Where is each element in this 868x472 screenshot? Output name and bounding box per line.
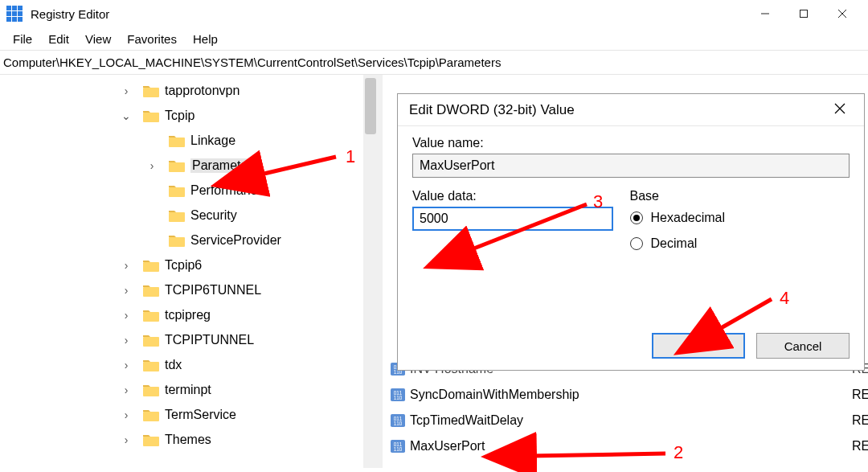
svg-rect-18: [169, 187, 185, 197]
folder-icon: [143, 384, 159, 396]
folder-icon: [143, 284, 159, 297]
folder-icon: [143, 309, 159, 322]
folder-icon: [143, 84, 159, 97]
window-title: Registry Editor: [31, 7, 746, 21]
tree-item-label: TCPIPTUNNEL: [165, 333, 254, 347]
svg-text:110: 110: [394, 446, 403, 452]
disclosure-icon[interactable]: ›: [121, 284, 132, 297]
ok-button[interactable]: OK: [652, 333, 745, 359]
dialog-title: Edit DWORD (32-bit) Value: [409, 102, 827, 118]
tree-item-tcpip6tunnel[interactable]: ›TCPIP6TUNNEL: [121, 277, 378, 302]
tree-item-label: tapprotonvpn: [165, 84, 240, 98]
disclosure-icon[interactable]: ›: [146, 159, 158, 172]
tree-item-tapprotonvpn[interactable]: ›tapprotonvpn: [121, 78, 378, 103]
menu-view[interactable]: View: [77, 31, 119, 47]
tree-item-label: Performance: [190, 183, 264, 198]
svg-rect-11: [800, 10, 808, 18]
disclosure-icon[interactable]: ›: [121, 309, 132, 322]
menu-edit[interactable]: Edit: [40, 31, 77, 47]
dialog-close-button[interactable]: [827, 102, 853, 118]
svg-rect-26: [143, 387, 159, 396]
tree-item-label: TermService: [165, 408, 236, 422]
tree-item-parameters[interactable]: ›Parameters: [146, 153, 378, 178]
tree-pane[interactable]: ›tapprotonvpn⌄TcpipLinkage›ParametersPer…: [0, 75, 378, 468]
radio-decimal[interactable]: Decimal: [630, 232, 841, 255]
folder-icon: [143, 109, 159, 122]
value-data-label: Value data:: [412, 189, 627, 203]
value-type: RE: [852, 413, 868, 428]
titlebar: Registry Editor: [0, 0, 868, 27]
svg-text:110: 110: [394, 421, 403, 426]
radio-dec-label: Decimal: [651, 236, 698, 251]
tree-item-label: terminpt: [165, 383, 211, 397]
folder-icon: [169, 134, 185, 147]
tree-item-tcpip[interactable]: ⌄Tcpip: [121, 103, 378, 128]
tree-item-label: Parameters: [190, 158, 260, 173]
value-label: MaxUserPort: [410, 439, 852, 454]
disclosure-icon[interactable]: ›: [121, 433, 132, 446]
value-item-syncdomainwithmembership[interactable]: 011110SyncDomainWithMembershipRE: [383, 382, 868, 408]
svg-rect-3: [18, 6, 23, 10]
svg-rect-1: [6, 6, 11, 10]
folder-icon: [169, 234, 185, 247]
svg-rect-28: [143, 437, 159, 446]
disclosure-icon[interactable]: ›: [121, 359, 132, 371]
value-data-input[interactable]: [412, 207, 613, 231]
address-bar[interactable]: Computer\HKEY_LOCAL_MACHINE\SYSTEM\Curre…: [0, 50, 868, 75]
svg-text:110: 110: [394, 395, 403, 400]
value-label: SyncDomainWithMembership: [410, 388, 852, 402]
svg-rect-5: [12, 11, 17, 16]
tree-item-terminpt[interactable]: ›terminpt: [121, 377, 378, 402]
disclosure-icon[interactable]: ›: [121, 259, 132, 272]
disclosure-icon[interactable]: ›: [121, 384, 132, 396]
tree-item-label: Tcpip: [165, 109, 194, 123]
tree-item-themes[interactable]: ›Themes: [121, 427, 378, 452]
tree-item-label: Tcpip6: [165, 258, 202, 273]
value-name-label: Value name:: [412, 136, 850, 150]
tree-scrollbar[interactable]: [363, 75, 378, 468]
folder-icon: [143, 408, 159, 421]
tree-item-tdx[interactable]: ›tdx: [121, 352, 378, 377]
svg-rect-8: [12, 17, 17, 22]
tree-item-performance[interactable]: Performance: [146, 178, 378, 203]
folder-icon: [143, 259, 159, 272]
tree-item-label: Themes: [165, 433, 211, 447]
minimize-button[interactable]: [746, 0, 784, 27]
value-item-tcptimedwaitdelay[interactable]: 011110TcpTimedWaitDelayRE: [383, 408, 868, 433]
disclosure-icon[interactable]: ⌄: [121, 109, 132, 122]
menubar: File Edit View Favorites Help: [0, 27, 868, 50]
disclosure-icon[interactable]: ›: [121, 408, 132, 421]
disclosure-icon[interactable]: ›: [121, 334, 132, 347]
tree-item-tcpiptunnel[interactable]: ›TCPIPTUNNEL: [121, 327, 378, 352]
dword-icon: 011110: [391, 439, 405, 454]
svg-rect-6: [18, 11, 23, 16]
folder-icon: [169, 159, 185, 172]
radio-hexadecimal[interactable]: Hexadecimal: [630, 207, 841, 229]
dword-icon: 011110: [391, 413, 405, 428]
value-item-maxuserport[interactable]: 011110MaxUserPortRE: [383, 433, 868, 459]
svg-rect-23: [143, 312, 159, 322]
disclosure-icon[interactable]: ›: [121, 84, 132, 97]
tree-item-security[interactable]: Security: [146, 203, 378, 228]
close-button[interactable]: [823, 0, 862, 27]
cancel-button[interactable]: Cancel: [756, 333, 850, 359]
tree-item-tcpipreg[interactable]: ›tcpipreg: [121, 302, 378, 327]
menu-file[interactable]: File: [5, 31, 40, 47]
folder-icon: [143, 359, 159, 371]
folder-icon: [169, 209, 185, 222]
tree-item-label: tcpipreg: [165, 308, 211, 322]
tree-item-termservice[interactable]: ›TermService: [121, 402, 378, 427]
tree-item-linkage[interactable]: Linkage: [146, 128, 378, 153]
maximize-button[interactable]: [784, 0, 823, 27]
tree-item-tcpip6[interactable]: ›Tcpip6: [121, 252, 378, 277]
value-label: TcpTimedWaitDelay: [410, 413, 852, 428]
menu-help[interactable]: Help: [185, 31, 226, 47]
edit-dword-dialog: Edit DWORD (32-bit) Value Value name: Va…: [397, 93, 865, 371]
folder-icon: [143, 334, 159, 347]
tree-item-serviceprovider[interactable]: ServiceProvider: [146, 228, 378, 252]
menu-favorites[interactable]: Favorites: [119, 31, 185, 47]
dword-icon: 011110: [391, 388, 405, 402]
svg-rect-16: [169, 137, 185, 147]
base-label: Base: [630, 189, 841, 203]
svg-rect-9: [18, 17, 23, 22]
